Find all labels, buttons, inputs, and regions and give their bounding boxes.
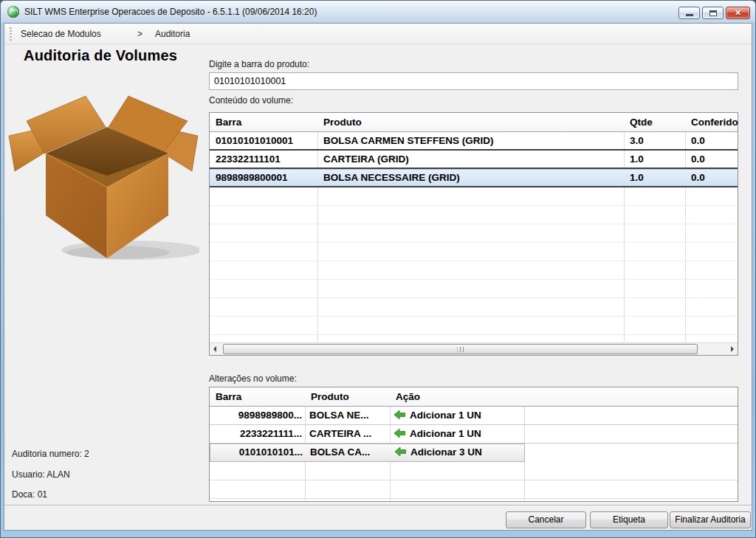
table-row-selected[interactable]: 0101010101... BOLSA CA... Adicionar 3 UN: [210, 444, 525, 462]
cell-barra: 2233221111...: [210, 425, 302, 442]
window-controls: ✕: [678, 7, 750, 19]
cell-barra: 223322111101: [216, 151, 281, 168]
horizontal-scrollbar[interactable]: [210, 342, 738, 355]
cell-barra: 01010101010001: [216, 132, 293, 149]
add-arrow-icon: [394, 410, 405, 419]
dock-label: Doca: 01: [12, 489, 47, 500]
close-button[interactable]: ✕: [726, 7, 750, 19]
open-box-image: [7, 94, 199, 263]
scroll-right-icon[interactable]: [731, 346, 734, 352]
cell-produto: BOLSA NE...: [309, 407, 369, 424]
page-title: Auditoria de Volumes: [24, 47, 177, 64]
breadcrumb-module[interactable]: Selecao de Modulos: [21, 24, 101, 44]
cell-acao: Adicionar 1 UN: [394, 425, 481, 442]
barcode-input[interactable]: [209, 72, 738, 90]
cell-produto: BOLSA CARMEN STEFFENS (GRID): [323, 132, 494, 149]
audit-number-label: Auditoria numero: 2: [12, 449, 89, 459]
header-produto[interactable]: Produto: [311, 387, 349, 406]
app-icon: [7, 6, 19, 18]
footer-divider: [4, 505, 752, 506]
content-table-label: Conteúdo do volume:: [209, 95, 293, 106]
finalizar-auditoria-button[interactable]: Finalizar Auditoria: [670, 511, 751, 528]
changes-table-header: Barra Produto Ação: [210, 387, 738, 407]
etiqueta-button[interactable]: Etiqueta: [590, 511, 668, 528]
cell-produto: BOLSA NECESSAIRE (GRID): [323, 169, 460, 186]
header-acao[interactable]: Ação: [396, 387, 420, 406]
header-qtde[interactable]: Qtde: [630, 113, 653, 131]
cell-qtde: 3.0: [630, 132, 644, 149]
breadcrumb-toolbar: Selecao de Modulos > Auditoria: [4, 24, 752, 44]
table-row-selected[interactable]: 9898989800001 BOLSA NECESSAIRE (GRID) 1.…: [210, 169, 738, 187]
cell-qtde: 1.0: [630, 169, 644, 186]
window-title: SILT WMS Enterprise Operacoes de Deposit…: [24, 1, 317, 23]
empty-grid-area: [210, 187, 738, 342]
user-label: Usuario: ALAN: [12, 469, 70, 480]
cancel-button[interactable]: Cancelar: [506, 511, 586, 528]
cell-produto: CARTEIRA ...: [309, 425, 371, 442]
table-row[interactable]: 223322111101 CARTEIRA (GRID) 1.0 0.0: [210, 151, 738, 169]
toolbar-grip-icon: [10, 27, 12, 41]
cell-conferido: 0.0: [691, 169, 705, 186]
header-produto[interactable]: Produto: [323, 113, 362, 131]
titlebar: SILT WMS Enterprise Operacoes de Deposit…: [1, 1, 755, 23]
header-barra[interactable]: Barra: [216, 387, 241, 406]
changes-table-label: Alterações no volume:: [209, 373, 297, 384]
cell-qtde: 1.0: [630, 151, 644, 168]
header-conferido[interactable]: Conferido: [691, 113, 738, 131]
cell-produto: CARTEIRA (GRID): [323, 151, 409, 168]
breadcrumb-section[interactable]: Auditoria: [155, 24, 190, 44]
barcode-label: Digite a barra do produto:: [209, 59, 309, 69]
cell-acao: Adicionar 3 UN: [395, 444, 482, 461]
cell-barra: 0101010101...: [210, 444, 303, 461]
table-row[interactable]: 2233221111... CARTEIRA ... Adicionar 1 U…: [210, 425, 738, 444]
header-barra[interactable]: Barra: [216, 113, 241, 131]
content-table-header: Barra Produto Qtde Conferido: [210, 113, 738, 132]
scroll-left-icon[interactable]: [213, 346, 216, 352]
action-text: Adicionar 3 UN: [410, 446, 482, 458]
cell-produto: BOLSA CA...: [310, 444, 370, 461]
app-window: SILT WMS Enterprise Operacoes de Deposit…: [0, 0, 756, 538]
maximize-icon: [709, 10, 717, 16]
scrollbar-grip-icon: [457, 347, 464, 352]
table-row[interactable]: 01010101010001 BOLSA CARMEN STEFFENS (GR…: [210, 132, 738, 151]
cell-conferido: 0.0: [691, 132, 705, 149]
add-arrow-icon: [394, 429, 405, 438]
minimize-icon: [686, 14, 693, 16]
content-table: Barra Produto Qtde Conferido 01010101010…: [209, 112, 738, 356]
cell-barra: 9898989800001: [216, 169, 288, 186]
changes-table: Barra Produto Ação 9898989800... BOLSA N…: [209, 387, 738, 502]
close-icon: ✕: [726, 7, 749, 18]
client-area: Selecao de Modulos > Auditoria Auditoria…: [4, 23, 752, 531]
minimize-button[interactable]: [678, 7, 700, 19]
action-text: Adicionar 1 UN: [410, 410, 481, 421]
empty-grid-area: [210, 462, 738, 501]
table-row[interactable]: 9898989800... BOLSA NE... Adicionar 1 UN: [210, 407, 738, 425]
maximize-button[interactable]: [702, 7, 724, 19]
action-text: Adicionar 1 UN: [410, 428, 481, 439]
cell-conferido: 0.0: [691, 151, 705, 168]
breadcrumb-separator: >: [137, 24, 142, 44]
cell-acao: Adicionar 1 UN: [394, 407, 481, 424]
scrollbar-thumb[interactable]: [223, 344, 698, 354]
cell-barra: 9898989800...: [210, 407, 302, 424]
add-arrow-icon: [395, 447, 406, 456]
